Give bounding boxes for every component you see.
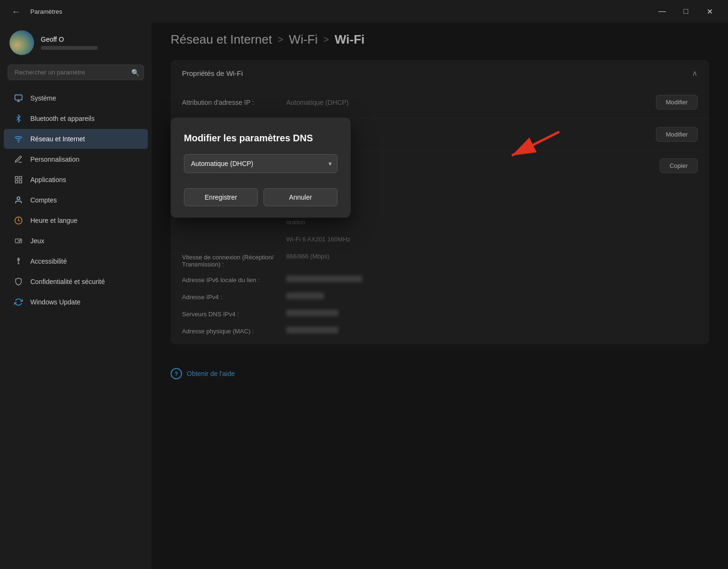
wifi-icon: [13, 134, 24, 144]
dns-modal: Modifier les paramètres DNS Automatique …: [171, 118, 351, 218]
main-content: Réseau et Internet > Wi-Fi > Wi-Fi Propr…: [152, 23, 728, 569]
sidebar-item-accessibilite[interactable]: Accessibilité: [4, 251, 148, 271]
grid-icon: [13, 174, 24, 185]
user-name: Geoff O: [41, 36, 98, 43]
svg-rect-6: [15, 181, 18, 183]
app-layout: Geoff O 🔍 Système Bluetooth et appareils: [0, 23, 728, 569]
arrow-annotation: [464, 122, 569, 198]
user-info: Geoff O: [41, 36, 98, 50]
accessibility-icon: [13, 256, 24, 266]
monitor-icon: [13, 93, 24, 103]
sidebar-label-personnalisation: Personnalisation: [30, 156, 80, 163]
svg-point-14: [19, 241, 20, 241]
sidebar-label-update: Windows Update: [30, 298, 81, 306]
sidebar-label-accessibilite: Accessibilité: [30, 257, 67, 265]
person-icon: [13, 195, 24, 205]
modal-select-wrap: Automatique (DHCP) Manuel ▾: [184, 154, 337, 173]
sidebar-item-reseau[interactable]: Réseau et Internet: [4, 129, 148, 149]
svg-rect-4: [15, 176, 18, 179]
modal-title: Modifier les paramètres DNS: [184, 133, 337, 144]
search-icon: 🔍: [131, 69, 139, 76]
svg-rect-5: [19, 176, 22, 179]
svg-line-17: [512, 132, 559, 156]
search-box: 🔍: [8, 64, 144, 80]
svg-point-3: [18, 141, 19, 142]
sidebar-item-bluetooth[interactable]: Bluetooth et appareils: [4, 109, 148, 128]
sidebar-item-heure[interactable]: Heure et langue: [4, 211, 148, 230]
avatar: [9, 30, 34, 55]
search-input[interactable]: [8, 64, 144, 80]
title-bar: ← Paramètres — □ ✕: [0, 0, 728, 23]
sidebar-label-jeux: Jeux: [30, 237, 45, 245]
bluetooth-icon: [13, 113, 24, 124]
back-button[interactable]: ←: [8, 4, 25, 19]
sidebar-item-jeux[interactable]: Jeux: [4, 231, 148, 251]
save-button[interactable]: Enregistrer: [184, 188, 258, 206]
svg-rect-0: [15, 95, 22, 100]
sidebar-item-update[interactable]: Windows Update: [4, 292, 148, 312]
cancel-button[interactable]: Annuler: [264, 188, 337, 206]
sidebar-label-systeme: Système: [30, 94, 56, 102]
sidebar-label-reseau: Réseau et Internet: [30, 135, 85, 143]
sidebar-item-confidentialite[interactable]: Confidentialité et sécurité: [4, 272, 148, 292]
shield-icon: [13, 276, 24, 287]
svg-point-8: [17, 197, 20, 200]
modal-overlay: Modifier les paramètres DNS Automatique …: [152, 23, 728, 569]
window-controls: — □ ✕: [651, 4, 720, 19]
user-account-bar: [41, 46, 98, 50]
sidebar-label-applications: Applications: [30, 176, 66, 184]
sidebar-item-personnalisation[interactable]: Personnalisation: [4, 149, 148, 169]
sidebar-label-confidentialite: Confidentialité et sécurité: [30, 278, 105, 285]
sidebar-item-comptes[interactable]: Comptes: [4, 190, 148, 210]
app-title: Paramètres: [30, 8, 62, 15]
svg-point-13: [20, 240, 20, 240]
minimize-button[interactable]: —: [651, 4, 673, 19]
svg-rect-7: [19, 181, 22, 183]
sidebar-label-heure: Heure et langue: [30, 217, 78, 224]
sidebar-label-bluetooth: Bluetooth et appareils: [30, 115, 94, 122]
dns-type-select[interactable]: Automatique (DHCP) Manuel: [184, 154, 337, 173]
sidebar-item-systeme[interactable]: Système: [4, 88, 148, 108]
sidebar: Geoff O 🔍 Système Bluetooth et appareils: [0, 23, 152, 569]
gamepad-icon: [13, 236, 24, 246]
refresh-icon: [13, 297, 24, 307]
maximize-button[interactable]: □: [675, 4, 697, 19]
brush-icon: [13, 154, 24, 165]
clock-icon: [13, 215, 24, 226]
user-section: Geoff O: [0, 23, 152, 64]
sidebar-label-comptes: Comptes: [30, 196, 57, 204]
sidebar-item-applications[interactable]: Applications: [4, 170, 148, 190]
nav-list: Système Bluetooth et appareils Réseau et…: [0, 88, 152, 569]
close-button[interactable]: ✕: [699, 4, 720, 19]
modal-actions: Enregistrer Annuler: [184, 188, 337, 206]
